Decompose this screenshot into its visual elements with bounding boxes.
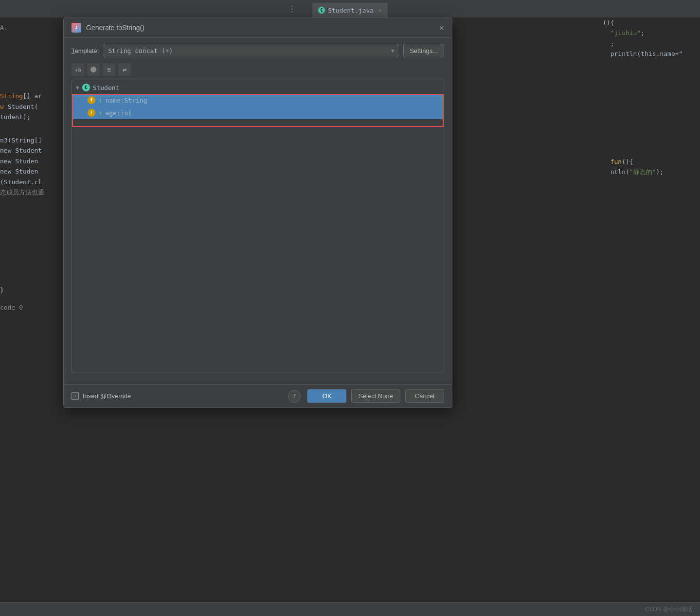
bg-code-left: A. String[] ar w Student( tudent); n3(St…: [0, 18, 68, 313]
bg-line: 态成员方法也通: [0, 187, 68, 197]
tree-area: ▼ C Student f ↑ name:String f ↑ age:int: [72, 81, 444, 372]
settings-button[interactable]: Settings...: [403, 44, 444, 57]
class-icon: C: [82, 84, 90, 91]
bg-line: A.: [0, 22, 68, 33]
circle-icon: [90, 67, 96, 72]
insert-override-checkbox[interactable]: ✓: [72, 392, 79, 400]
bg-line: w Student(: [0, 102, 68, 112]
dropdown-arrow-icon: ▼: [391, 48, 394, 53]
checkbox-check-icon: ✓: [73, 393, 77, 400]
dialog-body: Template: String concat (+) ▼ Settings..…: [64, 38, 452, 384]
bg-line: new Student: [0, 145, 68, 156]
tree-root-node[interactable]: ▼ C Student: [72, 81, 444, 94]
bg-line: new Studen: [0, 156, 68, 166]
inherit-icon-age: ↑: [98, 109, 102, 117]
help-button[interactable]: ?: [288, 390, 301, 403]
sort-icon: ↓a: [74, 67, 81, 73]
dialog-title: Generate toString(): [86, 24, 439, 32]
align-right-button[interactable]: ⇌: [118, 63, 131, 76]
dialog-close-button[interactable]: ×: [439, 23, 444, 32]
template-label: Template:: [72, 47, 99, 54]
tree-root-label: Student: [93, 84, 120, 91]
toolbar-row: ↓a ≡ ⇌: [72, 63, 444, 76]
tab-close-icon[interactable]: ×: [378, 7, 382, 14]
bg-line: }: [0, 285, 68, 295]
intellij-icon: J: [72, 23, 81, 33]
generate-tostring-dialog: J Generate toString() × Template: String…: [63, 18, 452, 408]
bg-line: ;: [603, 38, 700, 49]
bg-line: tudent);: [0, 112, 68, 122]
watermark-label: CSDN @小小呕呕: [645, 605, 692, 614]
field-icon-name: f: [88, 96, 95, 104]
template-select-value: String concat (+): [108, 47, 173, 54]
status-bar: CSDN @小小呕呕: [0, 602, 700, 616]
bg-line: n3(String[]: [0, 135, 68, 145]
tab-filename: Student.java: [328, 7, 374, 14]
tab-more-icon[interactable]: ⋮: [288, 4, 296, 14]
circle-button[interactable]: [87, 63, 100, 76]
template-select-dropdown[interactable]: String concat (+) ▼: [104, 44, 398, 57]
bg-line: new Studen: [0, 166, 68, 176]
inherit-icon-name: ↑: [98, 96, 102, 104]
template-row: Template: String concat (+) ▼ Settings..…: [72, 44, 444, 57]
tab-student-java[interactable]: C Student.java ×: [312, 3, 388, 18]
tree-item-name-string[interactable]: f ↑ name:String: [72, 94, 444, 106]
bg-code-right: (){ "jiuhiu"; ; println(this.name+" fun(…: [603, 18, 700, 177]
insert-override-label: Insert @Override: [83, 392, 131, 400]
sort-button[interactable]: ↓a: [72, 63, 84, 76]
insert-override-area: ✓ Insert @Override: [72, 392, 283, 400]
bg-line: println(this.name+": [603, 49, 700, 59]
tab-bar: ⋮ C Student.java ×: [0, 0, 700, 18]
bg-line: "jiuhiu";: [603, 28, 700, 38]
align-left-button[interactable]: ≡: [103, 63, 115, 76]
select-none-button[interactable]: Select None: [351, 389, 400, 403]
bg-line: (Student.cl: [0, 177, 68, 187]
field-label-age: age:int: [105, 109, 132, 117]
field-label-name: name:String: [105, 97, 147, 104]
cancel-button[interactable]: Cancel: [405, 389, 444, 403]
tree-children: f ↑ name:String f ↑ age:int: [72, 94, 444, 119]
bg-line: code 0: [0, 302, 68, 313]
align-right-icon: ⇌: [123, 66, 126, 73]
dialog-footer: ✓ Insert @Override ? OK Select None Canc…: [64, 384, 452, 407]
field-icon-age: f: [88, 109, 95, 117]
align-left-icon: ≡: [107, 66, 111, 73]
dialog-titlebar: J Generate toString() ×: [64, 18, 452, 38]
bg-line: ntln("静态的");: [603, 167, 700, 177]
bg-line: (){: [603, 18, 700, 28]
bg-line: fun(){: [603, 157, 700, 167]
bg-line: String[] ar: [0, 91, 68, 101]
ok-button[interactable]: OK: [307, 389, 346, 403]
tree-item-age-int[interactable]: f ↑ age:int: [72, 106, 444, 119]
tab-java-icon: C: [318, 7, 325, 14]
tree-chevron-icon: ▼: [76, 85, 79, 91]
